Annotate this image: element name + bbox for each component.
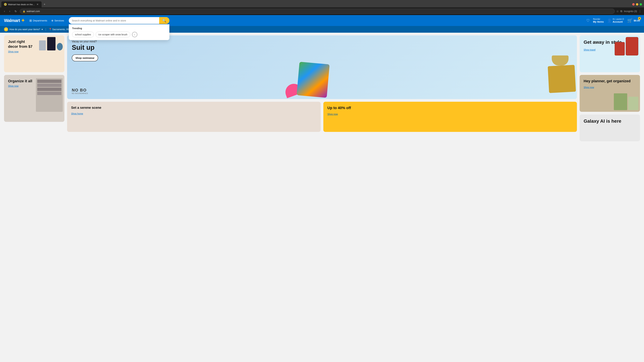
refresh-button[interactable]: ↻: [13, 9, 18, 13]
hero-content: Vacay on your mind? Suit up Shop swimwea…: [72, 40, 98, 61]
account-button[interactable]: 👤 Hi, Lauren D Account: [607, 18, 624, 23]
trending-chip-ice-scraper[interactable]: ice scraper with snow brush: [96, 32, 130, 37]
browser-nav-bar: ‹ › ↻ 🔒 walmart.com ☆ ⧉ Incognito (3) ⋮: [0, 7, 644, 15]
cart-icon: 🛒: [627, 18, 632, 23]
galaxy-heading: Galaxy AI is here: [584, 118, 636, 124]
header-nav: ⊞ Departments ⊕ Services: [29, 19, 64, 22]
minimize-window-button[interactable]: [636, 3, 638, 5]
trending-chips: school supplies ice scraper with snow br…: [72, 32, 166, 37]
walmart-header: walmart ✦ ⊞ Departments ⊕ Services 🔍 Tre…: [0, 15, 644, 26]
decor-heading: Just right decor from $7: [8, 39, 35, 49]
departments-nav-item[interactable]: ⊞ Departments: [29, 19, 47, 22]
services-nav-item[interactable]: ⊕ Services: [51, 19, 64, 22]
nobo-logo: NO BO NO BOUNDARIES: [72, 88, 88, 94]
dropdown-icon: ▾: [42, 28, 43, 31]
person-icon: 👤: [607, 18, 612, 23]
window-controls: [632, 2, 643, 6]
walmart-logo[interactable]: walmart ✦: [4, 18, 25, 23]
close-window-button[interactable]: [632, 3, 634, 5]
my-items-label: My Items: [593, 20, 604, 23]
decor-shop-link[interactable]: Shop now: [8, 50, 18, 53]
account-greeting: Hi, Lauren D: [613, 18, 624, 20]
organize-shop-link[interactable]: Shop now: [8, 85, 18, 87]
delivery-text: How do you want your items?: [10, 28, 40, 31]
left-column: Just right decor from $7 Shop now Organi…: [4, 35, 64, 141]
services-icon: ⊕: [51, 19, 54, 22]
forward-button[interactable]: ›: [8, 9, 12, 13]
tab-close-button[interactable]: ✕: [36, 3, 39, 6]
services-label: Services: [54, 19, 64, 22]
right-column: Get away in style Shop travel Hey planne…: [580, 35, 640, 141]
tab-title: Walmart has deals on the most...: [8, 3, 35, 6]
forty-heading: Up to 40% off: [327, 106, 573, 110]
back-button[interactable]: ‹: [3, 9, 6, 13]
main-content: Just right decor from $7 Shop now Organi…: [0, 33, 644, 144]
cart-button[interactable]: 🛒 0 $0.00: [627, 18, 640, 23]
reorder-label: Reorder: [593, 18, 604, 20]
forty-off-card[interactable]: Up to 40% off Shop now: [323, 102, 577, 132]
organize-image: [36, 78, 63, 112]
url-text: walmart.com: [27, 10, 612, 12]
bookmark-icon[interactable]: ☆: [616, 10, 619, 13]
location-pin-icon: 📍: [49, 28, 52, 31]
search-icon: 🔍: [162, 19, 166, 22]
wishlist-button[interactable]: ♡: [586, 18, 590, 23]
bottom-cards: Set a serene scene Shop home Up to 40% o…: [67, 102, 577, 132]
search-dropdown: Trending school supplies ice scraper wit…: [69, 24, 170, 40]
hero-card[interactable]: Vacay on your mind? Suit up Shop swimwea…: [67, 35, 577, 99]
nobo-brand-text: NO BO: [72, 88, 88, 92]
serene-card[interactable]: Set a serene scene Shop home: [67, 102, 321, 132]
profile-icon[interactable]: Incognito (3): [624, 10, 637, 12]
forty-shop-link[interactable]: Shop now: [327, 113, 338, 115]
nav-actions: ☆ ⧉ Incognito (3) ⋮: [616, 10, 641, 13]
split-view-icon[interactable]: ⧉: [620, 10, 622, 13]
cart-count-badge: 0: [638, 17, 641, 20]
header-actions: ♡ Reorder My Items 👤 Hi, Lauren D Accoun…: [586, 18, 640, 23]
serene-heading: Set a serene scene: [71, 106, 317, 110]
separator: |: [46, 28, 46, 31]
trending-label: Trending: [72, 27, 166, 30]
planner-image: [614, 93, 638, 110]
swimwear-visual: [281, 35, 577, 99]
reorder-button[interactable]: Reorder My Items: [593, 18, 604, 23]
delivery-options-button[interactable]: ⟳ How do you want your items? ▾: [4, 27, 43, 31]
more-options-icon[interactable]: ⋮: [639, 10, 641, 13]
organize-card[interactable]: Organize it all Shop now: [4, 75, 64, 122]
serene-shop-link[interactable]: Shop home: [71, 112, 83, 115]
hero-tagline: Vacay on your mind?: [72, 40, 98, 43]
luggage-visual: [615, 37, 638, 55]
walmart-text: walmart: [4, 18, 20, 23]
delivery-icon: ⟳: [4, 27, 8, 31]
search-button[interactable]: 🔍: [159, 17, 170, 24]
trending-chip-school-supplies[interactable]: school supplies: [72, 32, 94, 37]
planner-shop-link[interactable]: Shop now: [584, 86, 594, 89]
hero-heading: Suit up: [72, 44, 98, 51]
planner-card[interactable]: Hey planner, get organized Shop now: [580, 75, 640, 112]
walmart-spark-icon: ✦: [21, 18, 25, 23]
search-input[interactable]: [69, 17, 170, 24]
maximize-window-button[interactable]: [640, 3, 642, 5]
browser-chrome: W Walmart has deals on the most... ✕ + ‹…: [0, 0, 644, 15]
search-container: 🔍 Trending school supplies ice scraper w…: [69, 17, 170, 24]
decor-card[interactable]: Just right decor from $7 Shop now: [4, 35, 64, 72]
new-tab-button[interactable]: +: [42, 2, 47, 7]
galaxy-card[interactable]: Galaxy AI is here: [580, 114, 640, 141]
nobo-brand-sub: NO BOUNDARIES: [72, 92, 88, 94]
planner-heading: Hey planner, get organized: [584, 79, 636, 83]
departments-label: Departments: [33, 19, 47, 22]
travel-shop-link[interactable]: Shop travel: [584, 48, 596, 51]
active-tab[interactable]: W Walmart has deals on the most... ✕: [1, 1, 42, 7]
center-column: Vacay on your mind? Suit up Shop swimwea…: [67, 35, 577, 141]
tab-bar: W Walmart has deals on the most... ✕ +: [0, 0, 644, 7]
tab-favicon: W: [4, 3, 7, 6]
shop-swimwear-button[interactable]: Shop swimwear: [72, 54, 98, 61]
heart-icon: ♡: [586, 18, 590, 23]
account-label: Account: [613, 20, 624, 23]
travel-card[interactable]: Get away in style Shop travel: [580, 35, 640, 72]
decor-image: [39, 37, 63, 50]
trending-next-button[interactable]: ›: [132, 32, 137, 37]
address-bar[interactable]: 🔒 walmart.com: [20, 9, 615, 14]
grid-icon: ⊞: [29, 19, 32, 22]
